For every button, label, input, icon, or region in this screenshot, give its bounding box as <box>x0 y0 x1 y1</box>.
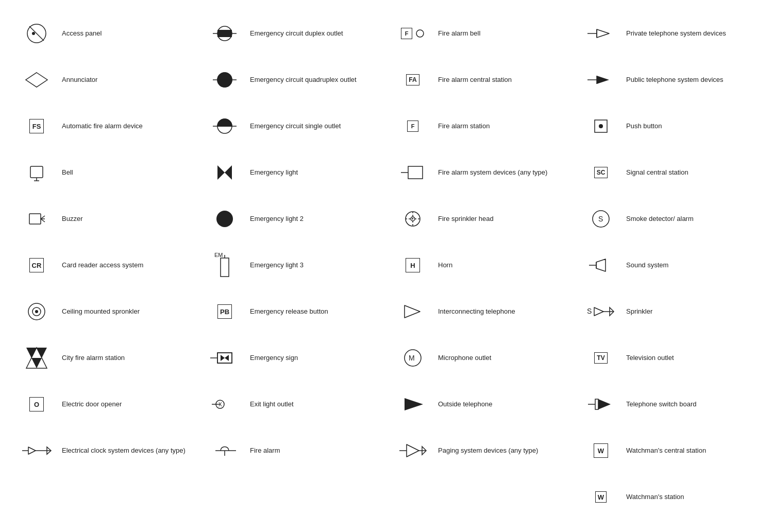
label-emergency-light3: Emergency light 3 <box>250 261 381 270</box>
svg-rect-40 <box>221 258 229 277</box>
svg-line-1 <box>29 26 44 41</box>
symbol-horn: H <box>395 258 431 272</box>
label-fire-alarm-main: Fire alarm <box>250 446 381 455</box>
svg-marker-9 <box>597 29 609 38</box>
item-fire-alarm-station: FFire alarm station <box>386 103 575 149</box>
item-emergency-single: Emergency circuit single outlet <box>198 103 386 149</box>
symbol-ceiling-sprinkler <box>19 300 55 323</box>
item-auto-fire-alarm: FSAutomatic fire alarm device <box>10 103 198 149</box>
label-watchman-central: Watchman's central station <box>626 446 758 455</box>
svg-marker-10 <box>26 73 47 87</box>
symbol-grid: Access panel Emergency circuit duplex ou… <box>10 10 763 520</box>
symbol-fire-alarm-central: FA <box>395 74 431 85</box>
label-fire-alarm-central: Fire alarm central station <box>438 75 569 84</box>
symbol-watchman-central: W <box>583 443 619 458</box>
svg-line-31 <box>41 219 45 222</box>
svg-marker-67 <box>405 398 423 410</box>
item-fire-alarm-central: FAFire alarm central station <box>386 57 575 103</box>
svg-marker-48 <box>405 305 420 318</box>
symbol-annunciator <box>19 71 55 89</box>
label-electric-door: Electric door opener <box>62 400 193 409</box>
symbol-fire-alarm-main <box>207 439 243 462</box>
item-fire-alarm-bell: F Fire alarm bell <box>386 10 575 57</box>
label-buzzer: Buzzer <box>62 214 193 224</box>
symbol-buzzer <box>19 208 55 230</box>
symbol-elec-clock <box>19 439 55 462</box>
item-paging: Paging system devices (any type) <box>386 427 575 474</box>
svg-rect-22 <box>30 166 43 178</box>
item-emergency-light: Emergency light <box>198 149 386 196</box>
symbol-watchman-station: W <box>583 491 619 503</box>
label-paging: Paging system devices (any type) <box>438 446 569 455</box>
symbol-emergency-release: PB <box>207 304 243 319</box>
symbol-paging <box>395 439 431 462</box>
label-fire-alarm-station: Fire alarm station <box>438 122 569 131</box>
item-television: TVTelevision outlet <box>575 335 763 381</box>
symbol-city-fire-alarm <box>19 347 55 369</box>
item-microphone: MMicrophone outlet <box>386 335 575 381</box>
svg-marker-50 <box>594 307 603 316</box>
symbol-emergency-light2 <box>207 208 243 230</box>
item-smoke-detector: SSmoke detector/ alarm <box>575 196 763 242</box>
symbol-emergency-light3: EM <box>207 250 243 281</box>
item-emergency-quadruplex: Emergency circuit quadruplex outlet <box>198 57 386 103</box>
symbol-fire-alarm-station: F <box>395 121 431 132</box>
svg-text:M: M <box>409 354 415 362</box>
item-fire-alarm-main: Fire alarm <box>198 427 386 474</box>
svg-marker-78 <box>407 444 419 457</box>
label-emergency-duplex: Emergency circuit duplex outlet <box>250 29 381 38</box>
svg-marker-61 <box>225 355 229 361</box>
item-watchman-central: W Watchman's central station <box>575 427 763 474</box>
label-watchman-station: Watchman's station <box>626 492 758 502</box>
item-outside-phone: Outside telephone <box>386 381 575 427</box>
item-exit-light: X Exit light outlet <box>198 381 386 427</box>
symbol-emergency-single <box>207 115 243 138</box>
symbol-access-panel <box>19 22 55 45</box>
svg-point-21 <box>599 124 603 128</box>
symbol-emergency-quadruplex <box>207 68 243 91</box>
label-annunciator: Annunciator <box>62 75 193 84</box>
svg-marker-25 <box>217 165 232 180</box>
item-emergency-light2: Emergency light 2 <box>198 196 386 242</box>
item-emergency-duplex: Emergency circuit duplex outlet <box>198 10 386 57</box>
label-horn: Horn <box>438 261 569 270</box>
symbol-emergency-light <box>207 161 243 184</box>
svg-marker-17 <box>597 76 609 84</box>
svg-rect-28 <box>29 214 41 224</box>
label-interconnecting: Interconnecting telephone <box>438 307 569 316</box>
svg-rect-5 <box>217 30 232 37</box>
symbol-interconnecting <box>395 300 431 323</box>
item-bell: Bell <box>10 149 198 196</box>
item-public-phone: Public telephone system devices <box>575 57 763 103</box>
svg-point-47 <box>35 310 38 313</box>
svg-rect-27 <box>408 166 423 179</box>
symbol-exit-light: X <box>207 393 243 416</box>
label-signal-central: Signal central station <box>626 168 758 177</box>
label-emergency-quadruplex: Emergency circuit quadruplex outlet <box>250 75 381 84</box>
symbol-outside-phone <box>395 393 431 416</box>
symbol-television: TV <box>583 352 619 364</box>
label-sound-system: Sound system <box>626 261 758 270</box>
symbol-auto-fire-alarm: FS <box>19 119 55 133</box>
label-public-phone: Public telephone system devices <box>626 75 758 84</box>
label-auto-fire-alarm: Automatic fire alarm device <box>62 122 193 131</box>
item-fire-sprinkler: Fire sprinkler head <box>386 196 575 242</box>
svg-text:S: S <box>598 215 603 223</box>
symbol-microphone: M <box>395 347 431 369</box>
label-emergency-light: Emergency light <box>250 168 381 177</box>
label-outside-phone: Outside telephone <box>438 400 569 409</box>
svg-marker-72 <box>28 447 36 454</box>
item-access-panel: Access panel <box>10 10 198 57</box>
symbol-public-phone <box>583 68 619 91</box>
item-city-fire-alarm: City fire alarm station <box>10 335 198 381</box>
item-annunciator: Annunciator <box>10 57 198 103</box>
label-microphone: Microphone outlet <box>438 353 569 363</box>
symbol-emergency-sign <box>207 347 243 369</box>
symbol-sprinkler: S <box>583 300 619 323</box>
item-push-button: Push button <box>575 103 763 149</box>
item-private-phone: Private telephone system devices <box>575 10 763 57</box>
label-smoke-detector: Smoke detector/ alarm <box>626 214 758 224</box>
label-access-panel: Access panel <box>62 29 193 38</box>
label-card-reader: Card reader access system <box>62 261 193 270</box>
item-emergency-light3: EM Emergency light 3 <box>198 242 386 288</box>
